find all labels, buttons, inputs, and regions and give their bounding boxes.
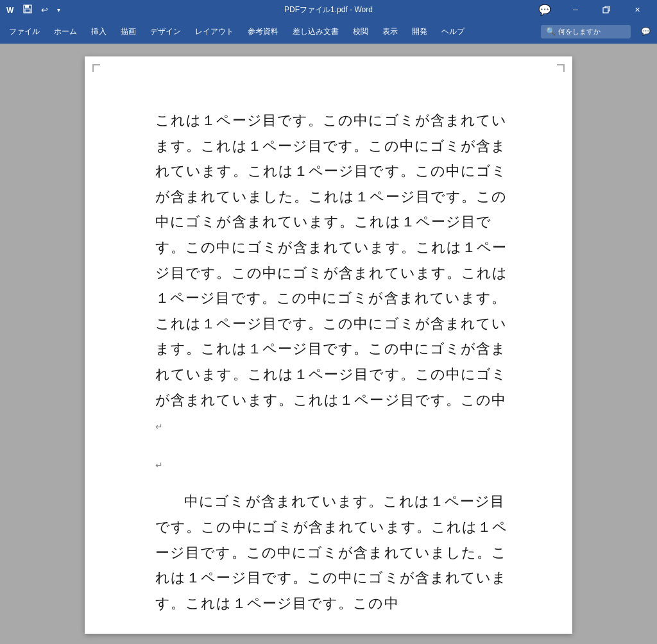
title-bar: W ↩ ▾ PDFファイル1.pdf - Word 💬 ─ ✕ — [0, 0, 657, 19]
ribbon: ファイル ホーム 挿入 描画 デザイン レイアウト 参考資料 差し込み文書 校閲… — [0, 19, 657, 44]
svg-rect-3 — [25, 5, 29, 8]
page-corner-tr — [557, 64, 565, 72]
tab-draw[interactable]: 描画 — [114, 22, 142, 41]
title-bar-left: W ↩ ▾ — [5, 3, 63, 16]
window-title: PDFファイル1.pdf - Word — [284, 4, 373, 15]
tab-view[interactable]: 表示 — [376, 22, 404, 41]
tab-layout[interactable]: レイアウト — [189, 22, 240, 41]
document-page[interactable]: これは１ページ目です。この中にゴミが含まれています。これは１ページ目です。この中… — [85, 56, 572, 634]
dropdown-quick-btn[interactable]: ▾ — [55, 5, 63, 15]
document-area: これは１ページ目です。この中にゴミが含まれています。これは１ページ目です。この中… — [0, 44, 657, 644]
tab-developer[interactable]: 開発 — [405, 22, 434, 41]
paragraph-2: 中にゴミが含まれています。これは１ページ目です。この中にゴミが含まれています。こ… — [155, 489, 508, 616]
save-quick-btn[interactable] — [21, 3, 35, 16]
svg-rect-5 — [603, 8, 608, 13]
tab-design[interactable]: デザイン — [144, 22, 187, 41]
ribbon-comment-btn[interactable]: 💬 — [637, 24, 654, 38]
tab-help[interactable]: ヘルプ — [435, 22, 471, 41]
tab-references[interactable]: 参考資料 — [241, 22, 285, 41]
page-content: これは１ページ目です。この中にゴミが含まれています。これは１ページ目です。この中… — [155, 108, 508, 616]
tab-file[interactable]: ファイル — [3, 22, 46, 41]
svg-text:W: W — [6, 6, 14, 15]
ribbon-search-box[interactable]: 🔍 何をしますか — [541, 25, 631, 38]
comment-btn[interactable]: 💬 — [530, 0, 559, 19]
page-corner-tl — [92, 64, 100, 72]
svg-rect-4 — [25, 9, 30, 12]
search-placeholder-text: 何をしますか — [558, 27, 601, 37]
ribbon-right-controls: 💬 — [637, 24, 654, 38]
tab-review[interactable]: 校閲 — [346, 22, 375, 41]
title-bar-controls: 💬 ─ ✕ — [530, 0, 652, 19]
tab-insert[interactable]: 挿入 — [85, 22, 113, 41]
empty-paragraph: ↵ — [155, 451, 508, 477]
close-btn[interactable]: ✕ — [622, 0, 652, 19]
tab-home[interactable]: ホーム — [47, 22, 83, 41]
paragraph-1: これは１ページ目です。この中にゴミが含まれています。これは１ページ目です。この中… — [155, 108, 508, 438]
search-icon: 🔍 — [546, 27, 556, 36]
restore-btn[interactable] — [592, 0, 621, 19]
tab-mailings[interactable]: 差し込み文書 — [286, 22, 345, 41]
minimize-btn[interactable]: ─ — [561, 0, 590, 19]
word-icon: W — [5, 4, 17, 15]
undo-quick-btn[interactable]: ↩ — [38, 4, 51, 16]
